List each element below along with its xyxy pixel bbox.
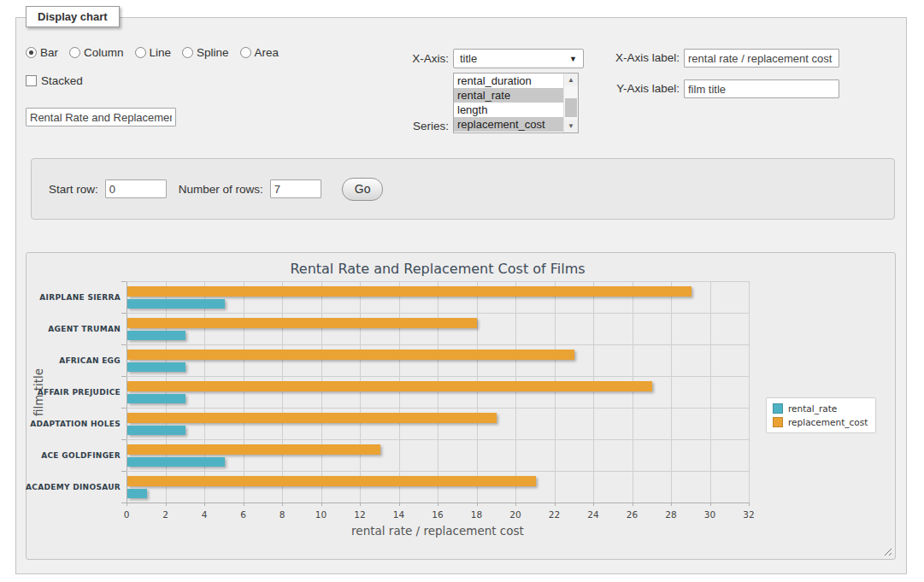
legend-label: replacement_cost	[788, 417, 868, 427]
series-list-label: Series:	[341, 120, 449, 132]
gridline-x-30	[710, 281, 711, 503]
gridline-x-20	[515, 281, 516, 503]
scroll-down-icon[interactable]: ▼	[564, 120, 578, 132]
number-of-rows-label: Number of rows:	[179, 183, 263, 196]
radio-button[interactable]	[26, 47, 37, 58]
bar-rental_rate-agent-truman	[127, 331, 185, 340]
radio-button[interactable]	[182, 47, 193, 58]
bar-rental_rate-ace-goldfinger	[127, 457, 225, 467]
chart-legend: rental_ratereplacement_cost	[766, 397, 876, 433]
x-tick-label: 20	[501, 509, 530, 520]
scrollbar-thumb[interactable]	[565, 98, 577, 117]
legend-label: rental_rate	[788, 403, 837, 414]
x-tick-label: 26	[618, 509, 647, 520]
x-tick-label: 4	[190, 509, 219, 520]
go-button[interactable]: Go	[342, 178, 384, 201]
legend-swatch	[773, 403, 783, 414]
x-tick-label: 2	[151, 509, 180, 520]
x-tick-label: 10	[307, 509, 336, 520]
bar-replacement_cost-academy-dinosaur	[127, 476, 536, 486]
gridline-x-32	[749, 281, 750, 503]
legend-item-rental_rate[interactable]: rental_rate	[773, 403, 868, 414]
category-label: AFFAIR PREJUDICE	[26, 376, 121, 408]
display-chart-fieldset: BarColumnLineSplineArea Stacked X-Axis: …	[15, 17, 907, 574]
stacked-checkbox[interactable]	[26, 75, 37, 86]
radio-line[interactable]: Line	[135, 46, 172, 59]
radio-bar[interactable]: Bar	[26, 46, 58, 59]
radio-column[interactable]: Column	[69, 46, 124, 59]
gridline-x-0	[127, 281, 127, 503]
gridline-x-14	[399, 281, 400, 503]
gridline-x-28	[671, 281, 672, 503]
gridline-x-24	[593, 281, 594, 503]
category-tick	[121, 376, 127, 377]
radio-spline[interactable]: Spline	[182, 46, 229, 59]
gridline-y	[127, 313, 749, 314]
x-axis-select[interactable]: title ▼	[453, 49, 584, 68]
series-listbox[interactable]: rental_durationrental_ratelengthreplacem…	[453, 73, 579, 133]
category-tick	[121, 281, 127, 282]
x-tick-label: 18	[462, 509, 491, 520]
gridline-x-22	[555, 281, 556, 503]
chart-title-input[interactable]	[26, 108, 176, 126]
gridline-y	[127, 376, 749, 377]
category-label: ACE GOLDFINGER	[26, 439, 121, 471]
radio-label: Column	[84, 46, 124, 59]
display-chart-page: Display chart BarColumnLineSplineArea St…	[0, 0, 924, 582]
bar-replacement_cost-adaptation-holes	[127, 413, 497, 423]
start-row-label: Start row:	[49, 183, 98, 196]
x-tick-label: 8	[268, 509, 297, 520]
x-tick-label: 14	[385, 509, 414, 520]
x-tick-label: 28	[656, 509, 686, 520]
x-tick-label: 6	[229, 509, 258, 520]
x-axis-label-label: X-Axis label:	[572, 51, 680, 64]
x-tick-label: 30	[696, 509, 725, 520]
x-axis-select-label: X-Axis:	[341, 52, 449, 65]
x-tick-label: 24	[579, 509, 608, 520]
gridline-x-18	[477, 281, 478, 503]
chart-plot-area	[127, 281, 749, 503]
stacked-checkbox-row[interactable]: Stacked	[26, 74, 83, 87]
fieldset-legend: Display chart	[26, 6, 120, 27]
bar-rental_rate-academy-dinosaur	[127, 489, 147, 498]
radio-button[interactable]	[240, 47, 251, 58]
gridline-x-6	[244, 281, 244, 503]
x-axis-label-input[interactable]	[684, 49, 839, 68]
bar-replacement_cost-airplane-sierra	[127, 286, 692, 297]
start-row-input[interactable]	[105, 179, 167, 198]
x-tick-label: 22	[540, 509, 569, 520]
series-option-length[interactable]: length	[454, 103, 563, 117]
row-controls-panel: Start row: Number of rows: Go	[31, 158, 895, 220]
gridline-y	[127, 503, 749, 503]
bar-replacement_cost-affair-prejudice	[127, 381, 652, 391]
number-of-rows-input[interactable]	[270, 179, 321, 198]
radio-button[interactable]	[69, 47, 80, 58]
axis-tick	[749, 503, 750, 506]
bar-replacement_cost-african-egg	[127, 350, 574, 360]
legend-item-replacement_cost[interactable]: replacement_cost	[773, 417, 868, 427]
category-label: ACADEMY DINOSAUR	[26, 471, 121, 503]
y-axis-label-input[interactable]	[684, 79, 839, 98]
gridline-x-12	[360, 281, 361, 503]
series-options: rental_durationrental_ratelengthreplacem…	[454, 73, 563, 132]
series-option-rental_rate[interactable]: rental_rate	[454, 88, 563, 103]
resize-handle-icon[interactable]	[882, 546, 892, 556]
radio-label: Area	[255, 46, 280, 59]
legend-swatch	[773, 417, 783, 427]
category-label: AIRPLANE SIERRA	[26, 281, 121, 313]
category-tick	[121, 408, 127, 409]
bar-rental_rate-african-egg	[127, 362, 185, 372]
series-option-replacement_cost[interactable]: replacement_cost	[454, 117, 563, 132]
chart-x-axis-title: rental rate / replacement cost	[127, 524, 749, 538]
x-tick-label: 16	[423, 509, 452, 520]
gridline-x-10	[321, 281, 322, 503]
radio-button[interactable]	[135, 47, 146, 58]
gridline-x-4	[204, 281, 205, 503]
series-option-rental_duration[interactable]: rental_duration	[454, 73, 563, 88]
x-tick-label: 12	[345, 509, 374, 520]
gridline-y	[127, 408, 749, 409]
gridline-y	[127, 281, 749, 282]
category-tick	[121, 471, 127, 472]
radio-area[interactable]: Area	[240, 46, 280, 59]
category-tick	[121, 439, 127, 440]
